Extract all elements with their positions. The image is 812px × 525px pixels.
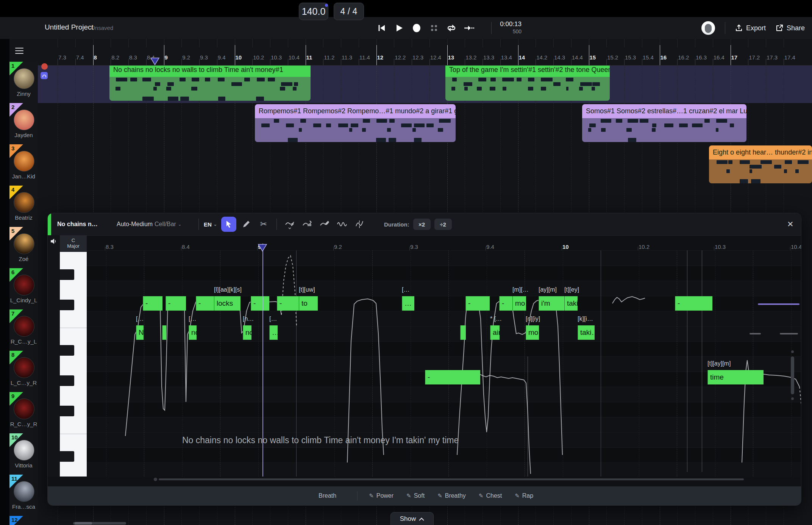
pitch-anchor-tool-button[interactable] — [300, 217, 315, 232]
playhead-marker[interactable] — [38, 57, 812, 66]
note[interactable]: mo… — [526, 325, 539, 340]
select-tool-button[interactable] — [221, 217, 236, 232]
skip-to-start-button[interactable] — [373, 24, 390, 32]
avatar[interactable] — [14, 440, 34, 461]
piano-keys[interactable] — [60, 252, 87, 477]
track-item-R_C…y_L[interactable]: 7R_C…y_L — [9, 309, 38, 351]
metronome-icon[interactable] — [425, 24, 443, 32]
track-item-L_C…y_R[interactable]: 8L_C…y_R — [9, 351, 38, 392]
note[interactable] — [460, 325, 466, 340]
note[interactable]: - — [143, 296, 162, 311]
horizontal-scrollbar[interactable] — [159, 478, 744, 480]
track-item-12[interactable]: 12 — [9, 516, 38, 525]
note[interactable]: no — [243, 325, 251, 340]
user-avatar[interactable] — [701, 21, 715, 35]
avatar[interactable] — [14, 481, 34, 502]
note[interactable]: - — [425, 370, 480, 384]
pencil-tool-button[interactable] — [239, 217, 254, 232]
track-item-L_Cindy_L[interactable]: 6L_Cindy_L — [9, 268, 38, 310]
note[interactable]: no — [189, 325, 197, 340]
pitch-erase-tool-button[interactable] — [317, 217, 332, 232]
note[interactable]: taki… — [564, 296, 578, 311]
pitch-draw-tool-button[interactable] — [282, 217, 297, 232]
note[interactable]: ain't — [490, 325, 500, 340]
track-item-Jayden[interactable]: 2Jayden — [9, 103, 38, 145]
tempo-box[interactable]: 140.0 — [299, 3, 328, 20]
note-grid[interactable]: ---locks[l][aa][k][s]--to[t][uw]…[…--mo…… — [87, 250, 801, 477]
black-key[interactable] — [60, 269, 74, 280]
note[interactable] — [162, 325, 166, 340]
param-chest[interactable]: ✎Chest — [479, 492, 502, 499]
clip[interactable]: Eight o eight hear… thunder#2 in the — [709, 145, 812, 183]
close-icon[interactable]: ✕ — [787, 213, 794, 235]
note[interactable]: - — [166, 296, 186, 311]
note[interactable]: - — [675, 296, 712, 311]
note[interactable]: i'm — [539, 296, 564, 311]
clip[interactable]: No chains no locks no walls to climb Tim… — [109, 63, 311, 101]
track-item-Fra…sca[interactable]: 11Fra…sca — [9, 475, 38, 516]
track-item-Vittoria[interactable]: 10Vittoria — [9, 433, 38, 475]
bottom-scrollbar-thumb[interactable] — [75, 522, 92, 525]
record-arm-dot[interactable] — [41, 63, 48, 70]
play-button[interactable] — [390, 24, 408, 32]
black-key[interactable] — [60, 300, 74, 310]
headphone-monitor-badge[interactable] — [41, 72, 48, 79]
note[interactable]: - — [465, 296, 490, 311]
avatar[interactable] — [14, 151, 34, 172]
param-breathy[interactable]: ✎Breathy — [437, 492, 466, 499]
avatar[interactable] — [14, 192, 34, 213]
note[interactable]: - — [251, 296, 269, 311]
avatar[interactable] — [14, 316, 34, 337]
piano-roll-playhead-marker[interactable] — [256, 244, 270, 252]
note[interactable]: mo… — [512, 296, 526, 311]
note[interactable]: No — [136, 325, 144, 340]
voice-selector[interactable]: Auto-Medium — [117, 213, 153, 235]
track-item-Zinny[interactable]: 1Zinny — [9, 62, 38, 103]
clip[interactable]: Top of the game I'm settin'#1 settin'#2 … — [445, 63, 610, 101]
note[interactable]: taki… — [578, 325, 595, 340]
time-signature-box[interactable]: 4 / 4 — [334, 3, 364, 20]
piano-roll-playhead-line[interactable] — [262, 244, 263, 477]
pitch-smooth-tool-button[interactable] — [352, 217, 367, 232]
note[interactable]: time — [707, 370, 764, 384]
duration-double-button[interactable]: ×2 — [413, 219, 431, 230]
param-rap[interactable]: ✎Rap — [515, 492, 533, 499]
duration-halve-button[interactable]: ÷2 — [434, 219, 452, 230]
black-key[interactable] — [60, 451, 74, 462]
grid-mode-selector[interactable]: Cell/Bar⌄ — [155, 213, 181, 235]
clip[interactable]: Rompemos#1 Rompemos#2 Rompemo…#1 mundo#2… — [255, 104, 456, 142]
avatar[interactable] — [14, 233, 34, 254]
avatar[interactable] — [14, 68, 34, 89]
param-soft[interactable]: ✎Soft — [406, 492, 425, 499]
black-key[interactable] — [60, 345, 74, 356]
param-breath[interactable]: Breath — [319, 492, 336, 499]
note[interactable]: … — [269, 325, 278, 340]
avatar[interactable] — [14, 275, 34, 295]
export-button[interactable]: Export — [735, 24, 766, 32]
loop-button[interactable] — [443, 23, 460, 33]
note[interactable]: … — [402, 296, 414, 311]
track-item-R_C…y_R[interactable]: 9R_C…y_R — [9, 392, 38, 434]
autoscroll-button[interactable] — [460, 24, 478, 32]
black-key[interactable] — [60, 375, 74, 386]
avatar[interactable] — [14, 398, 34, 419]
note[interactable]: - — [196, 296, 214, 311]
vibrato-tool-button[interactable] — [334, 217, 350, 232]
show-button[interactable]: Show — [390, 512, 434, 525]
track-item-Zoé[interactable]: 5Zoé — [9, 227, 38, 269]
record-button[interactable] — [408, 23, 425, 33]
black-key[interactable] — [60, 406, 74, 416]
note[interactable]: locks — [214, 296, 240, 311]
timeline-track-lane[interactable] — [38, 144, 812, 186]
note[interactable]: - — [277, 296, 299, 311]
avatar[interactable] — [14, 357, 34, 378]
param-power[interactable]: ✎Power — [369, 492, 394, 499]
note[interactable]: - — [499, 296, 512, 311]
scissors-tool-button[interactable]: ✂ — [256, 217, 271, 232]
language-selector[interactable]: EN⌄ — [204, 213, 217, 235]
menu-icon[interactable] — [15, 46, 23, 56]
note[interactable]: to — [299, 296, 318, 311]
track-item-Beatriz[interactable]: 4Beatriz — [9, 186, 38, 227]
vertical-scrollbar[interactable] — [791, 356, 794, 394]
track-item-Jan…Kid[interactable]: 3Jan…Kid — [9, 144, 38, 186]
